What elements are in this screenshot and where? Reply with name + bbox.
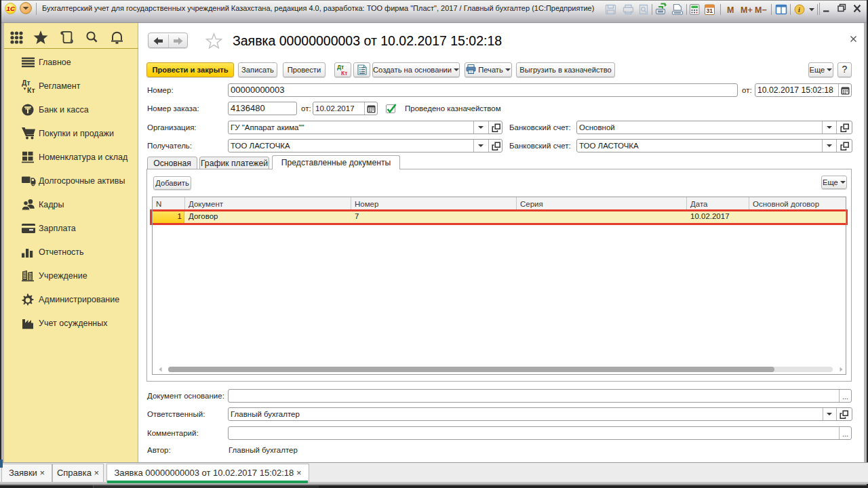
svg-text:1С: 1С [7, 5, 15, 12]
svg-text:M−: M− [755, 5, 767, 15]
svg-text:M+: M+ [741, 5, 753, 15]
svg-text:i: i [798, 6, 800, 14]
svg-text:Кт: Кт [341, 70, 347, 76]
svg-text:31: 31 [707, 7, 713, 14]
svg-text:M: M [727, 5, 734, 15]
svg-text:Кт: Кт [27, 85, 35, 93]
